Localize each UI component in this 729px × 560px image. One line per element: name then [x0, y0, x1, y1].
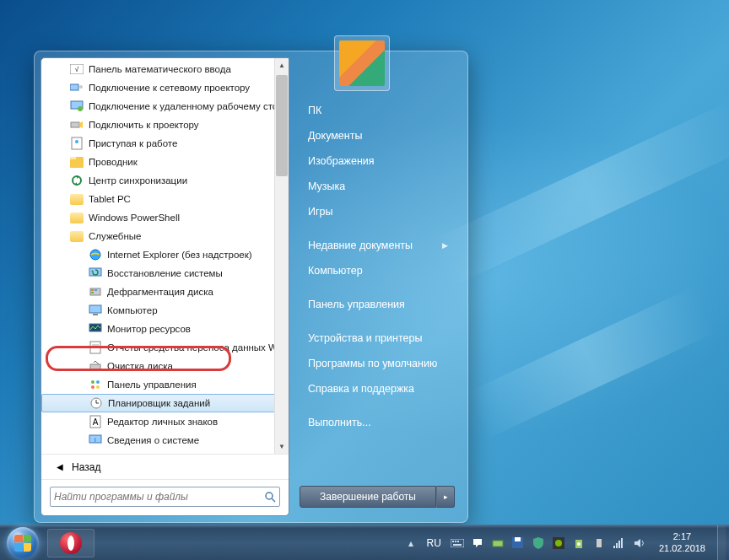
windows-logo-icon	[7, 527, 39, 559]
scroll-up-button[interactable]: ▲	[275, 58, 289, 73]
program-item-transfer[interactable]: Средство переноса данных Windows	[41, 450, 289, 454]
svg-rect-57	[616, 543, 618, 548]
language-indicator[interactable]: RU	[424, 536, 445, 551]
right-panel-item[interactable]: Компьютер	[301, 258, 455, 283]
svg-text:√: √	[75, 66, 79, 73]
right-panel-item[interactable]: Выполнить...	[301, 410, 455, 435]
shutdown-button[interactable]: Завершение работы	[300, 486, 436, 508]
math-panel-icon: √	[70, 62, 84, 76]
folder-icon	[70, 229, 84, 243]
svg-point-27	[91, 385, 94, 389]
tray-shield-icon[interactable]	[531, 536, 546, 551]
clock-date: 21.02.2018	[659, 543, 705, 554]
program-item-proj[interactable]: Подключить к проектору	[41, 116, 289, 134]
svg-rect-47	[453, 544, 462, 546]
start-menu: √Панель математического вводаПодключение…	[34, 51, 468, 523]
program-item-resmon[interactable]: Монитор ресурсов	[41, 320, 289, 338]
program-item-scheduler[interactable]: Планировщик заданий	[41, 394, 289, 412]
right-item-label: ПК	[308, 105, 321, 116]
right-panel-item[interactable]: ПК	[301, 98, 455, 123]
taskbar-opera-button[interactable]	[47, 529, 94, 557]
program-label: Компьютер	[107, 305, 158, 315]
program-label: Панель математического ввода	[89, 64, 231, 74]
program-label: Internet Explorer (без надстроек)	[107, 250, 252, 260]
tray-keyboard-icon[interactable]	[450, 536, 465, 551]
program-item-computer[interactable]: Компьютер	[41, 301, 289, 320]
start-button[interactable]	[0, 525, 46, 561]
programs-scrollbar[interactable]: ▲ ▼	[274, 58, 289, 454]
tray-volume-icon[interactable]	[632, 536, 647, 551]
show-desktop-button[interactable]	[717, 525, 726, 561]
program-item-folder[interactable]: Tablet PC	[41, 190, 289, 208]
right-panel-item[interactable]: Устройства и принтеры	[301, 326, 455, 351]
program-item-getting-started[interactable]: Приступая к работе	[41, 134, 289, 153]
defrag-icon	[89, 285, 102, 299]
resmon-icon	[89, 322, 102, 336]
tray-action-center-icon[interactable]	[470, 536, 485, 551]
tray-nvidia-icon[interactable]	[551, 536, 566, 551]
right-panel-separator	[301, 283, 455, 292]
svg-rect-19	[93, 314, 98, 315]
submenu-arrow-icon: ▶	[442, 241, 448, 250]
search-box[interactable]	[50, 487, 280, 507]
right-panel-item[interactable]: Музыка	[301, 174, 455, 199]
right-panel-item[interactable]: Игры	[301, 199, 455, 224]
tray-show-hidden-icon[interactable]: ▴	[403, 536, 418, 551]
program-item-net-proj[interactable]: Подключение к сетевому проектору	[41, 78, 289, 97]
program-item-explorer[interactable]: Проводник	[41, 153, 289, 171]
program-label: Центр синхронизации	[89, 175, 187, 186]
svg-text:A: A	[93, 417, 99, 427]
program-item-cleanup[interactable]: Очистка диска	[41, 357, 289, 375]
right-item-label: Изображения	[308, 155, 375, 167]
right-panel-item[interactable]: Панель управления	[301, 292, 455, 317]
net-proj-icon	[70, 81, 84, 94]
report-icon	[89, 341, 102, 354]
program-item-folder[interactable]: Служебные	[41, 227, 289, 245]
right-panel-item[interactable]: Справка и поддержка	[301, 376, 455, 401]
program-item-cpanel[interactable]: Панель управления	[41, 375, 289, 394]
right-panel-item[interactable]: Программы по умолчанию	[301, 351, 455, 376]
svg-rect-18	[89, 305, 101, 313]
program-item-rdp[interactable]: Подключение к удаленному рабочему стол	[41, 97, 289, 116]
svg-point-26	[96, 380, 100, 384]
transfer-icon	[89, 452, 102, 454]
tray-network-icon[interactable]	[612, 536, 627, 551]
right-panel-item[interactable]: Документы	[301, 123, 455, 148]
svg-point-5	[78, 106, 83, 111]
program-item-defrag[interactable]: Дефрагментация диска	[41, 283, 289, 301]
all-programs-list: √Панель математического вводаПодключение…	[41, 58, 289, 454]
right-item-label: Музыка	[308, 180, 345, 192]
program-label: Очистка диска	[107, 361, 173, 371]
svg-rect-56	[613, 546, 615, 548]
shutdown-row: Завершение работы ▸	[300, 486, 455, 508]
shutdown-options-button[interactable]: ▸	[436, 486, 455, 508]
tray-safely-remove-icon[interactable]	[571, 536, 586, 551]
program-item-folder[interactable]: Windows PowerShell	[41, 208, 289, 227]
right-panel-item[interactable]: Изображения	[301, 148, 455, 174]
scroll-thumb[interactable]	[276, 75, 288, 176]
program-label: Подключение к удаленному рабочему стол	[89, 101, 284, 111]
program-item-sysinfo[interactable]: iСведения о системе	[41, 431, 289, 450]
right-panel-item[interactable]: Недавние документы▶	[301, 233, 455, 258]
computer-icon	[89, 304, 102, 317]
tray-save-icon[interactable]	[510, 536, 526, 551]
program-item-restore[interactable]: Восстановление системы	[41, 264, 289, 283]
tray-drive-icon[interactable]	[490, 536, 505, 551]
program-label: Windows PowerShell	[89, 213, 180, 223]
program-item-math-panel[interactable]: √Панель математического ввода	[41, 60, 289, 78]
user-picture-frame[interactable]	[334, 35, 390, 91]
program-item-ie[interactable]: Internet Explorer (без надстроек)	[41, 245, 289, 264]
program-item-private-char[interactable]: AРедактор личных знаков	[41, 412, 289, 431]
scroll-down-button[interactable]: ▼	[275, 439, 289, 454]
taskbar-clock[interactable]: 2:17 21.02.2018	[652, 531, 712, 553]
search-input[interactable]	[54, 491, 264, 503]
program-item-sync[interactable]: Центр синхронизации	[41, 171, 289, 190]
right-item-label: Недавние документы	[308, 240, 413, 251]
svg-rect-44	[452, 541, 454, 542]
back-button[interactable]: ◀ Назад	[41, 454, 289, 479]
tray-usb-icon[interactable]	[591, 536, 607, 551]
program-item-report[interactable]: Отчеты средства переноса данных Wind	[41, 338, 289, 357]
search-container	[41, 479, 289, 515]
svg-rect-45	[455, 541, 456, 542]
svg-text:i: i	[94, 436, 96, 444]
